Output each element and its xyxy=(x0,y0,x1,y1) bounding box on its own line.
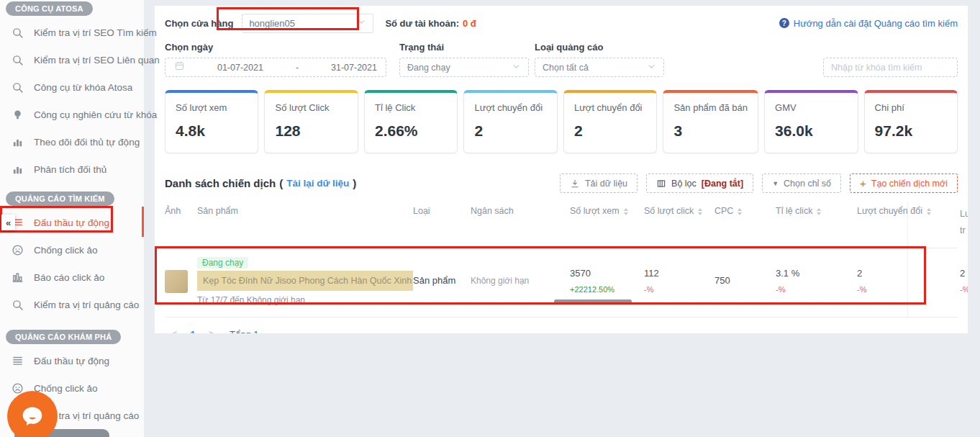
conversions-cell: 2 -% xyxy=(837,268,918,294)
conversions-delta: -% xyxy=(857,285,918,294)
horizontal-scrollbar-thumb[interactable] xyxy=(554,299,632,303)
product-name[interactable]: Kẹp Tóc Đính Nữ Jisoo Phong Cách Hàn Quố… xyxy=(197,271,413,291)
pinned-column-divider xyxy=(907,202,908,248)
search-icon xyxy=(11,26,24,39)
store-select-value: honglien05 xyxy=(249,18,357,29)
chevron-down-icon xyxy=(512,61,521,74)
views-cell: 3570 +22212.50% xyxy=(550,268,624,294)
column-header-conversions[interactable]: Lượt chuyển đổi xyxy=(837,206,918,239)
sidebar-section-badge-search-ads: QUẢNG CÁO TÌM KIẾM xyxy=(6,192,114,206)
product-image-cell xyxy=(165,269,197,293)
sidebar-item-competitor-analysis[interactable]: Phân tích đối thủ xyxy=(0,156,144,183)
collapse-sidebar-button[interactable]: « xyxy=(1,215,15,230)
chat-bubble-icon xyxy=(20,404,45,428)
stat-value: 97.2k xyxy=(875,122,947,140)
sidebar-item-label: Chống click ảo xyxy=(34,245,98,256)
campaign-table-header: Ảnh Sản phẩm Loại Ngân sách Số lượt xem … xyxy=(165,202,958,248)
balance-label: Số dư tài khoản: xyxy=(385,18,459,29)
bar-chart-icon xyxy=(11,163,24,176)
next-page-button[interactable]: > xyxy=(202,325,221,333)
ctr-delta: -% xyxy=(776,285,837,294)
sidebar-item-anti-fake-click[interactable]: Chống click ảo xyxy=(0,236,144,263)
status-select[interactable]: Đang chạy xyxy=(399,58,529,77)
filter-button-label: Bộ lọc xyxy=(671,179,697,189)
reload-data-link[interactable]: Tải lại dữ liệu xyxy=(286,178,349,189)
sidebar-item-fake-click-report[interactable]: Báo cáo click ảo xyxy=(0,263,144,291)
choose-metrics-label: Chọn chỉ số xyxy=(784,179,831,189)
cpc-cell: 750 xyxy=(694,275,756,286)
campaign-table-row[interactable]: Đang chạy Kẹp Tóc Đính Nữ Jisoo Phong Cá… xyxy=(165,248,958,317)
sad-face-icon xyxy=(11,243,24,256)
sidebar-item-ad-position-check[interactable]: Kiểm tra vị trí quảng cáo xyxy=(0,291,144,318)
keyword-search-box xyxy=(823,58,958,77)
ad-type-filter-label: Loại quảng cáo xyxy=(535,42,664,53)
date-range-picker[interactable]: 01-07-2021 - 31-07-2021 xyxy=(165,58,386,77)
filter-icon xyxy=(656,179,666,189)
question-circle-icon: ? xyxy=(779,18,789,28)
stat-label: Tỉ lệ Click xyxy=(375,102,447,113)
campaign-toolbar: Tải dữ liệu Bộ lọc [Đang tắt] ▼ Chọn chỉ… xyxy=(560,174,958,193)
column-header-ctr[interactable]: Tỉ lệ click xyxy=(756,206,837,239)
column-header-clicks[interactable]: Số lượt click xyxy=(624,206,694,239)
stat-value: 36.0k xyxy=(775,122,847,140)
stat-label: Số lượt Click xyxy=(275,102,347,113)
previous-page-button[interactable]: < xyxy=(165,325,183,333)
pagination: < 1 > Tổng 1 xyxy=(165,325,958,333)
stat-value: 2 xyxy=(474,122,546,140)
create-campaign-label: Tạo chiến dịch mới xyxy=(871,179,948,189)
date-filter: Chọn ngày 01-07-2021 - 31-07-2021 xyxy=(165,42,386,77)
sidebar-item-seo-related-position[interactable]: Kiểm tra vị trí SEO Liên quan xyxy=(0,46,144,73)
product-cell: Đang chạy Kẹp Tóc Đính Nữ Jisoo Phong Cá… xyxy=(197,256,413,305)
budget-cell: Không giới hạn xyxy=(471,276,550,286)
sidebar-item-keyword-research[interactable]: Công cụ nghiên cứu từ khóa xyxy=(0,101,144,128)
ad-type-select[interactable]: Chọn tất cả xyxy=(535,58,664,77)
total-count: Tổng 1 xyxy=(230,329,258,333)
stat-card-views: Số lượt xem 4.8k xyxy=(165,90,258,153)
sidebar-item-atosa-keyword-tool[interactable]: Công cụ từ khóa Atosa xyxy=(0,73,144,101)
sidebar-active-indicator xyxy=(142,207,144,237)
caret-down-icon: ▼ xyxy=(772,180,779,187)
stat-label: Chi phí xyxy=(875,102,947,113)
ctr-cell: 3.1 % -% xyxy=(756,268,837,294)
page-number[interactable]: 1 xyxy=(183,325,202,333)
setup-guide-text: Hướng dẫn cài đặt Quảng cáo tìm kiếm xyxy=(794,18,958,29)
sidebar-item-competitor-tracking[interactable]: Theo dõi đối thủ tự động xyxy=(0,128,144,156)
column-header-cpc[interactable]: CPC xyxy=(694,206,756,239)
stat-card-clicks: Số lượt Click 128 xyxy=(264,90,358,153)
download-data-button[interactable]: Tải dữ liệu xyxy=(560,174,638,193)
sidebar-item-label: Đấu thầu tự động xyxy=(34,217,109,228)
sidebar-item-auto-bidding-discovery[interactable]: Đấu thầu tự động xyxy=(0,347,144,374)
clicks-cell: 112 -% xyxy=(624,268,694,294)
column-header-image: Ảnh xyxy=(165,206,197,239)
stats-cards: Số lượt xem 4.8k Số lượt Click 128 Tỉ lệ… xyxy=(165,90,958,153)
chat-widget-button[interactable] xyxy=(7,391,58,437)
column-header-product: Sản phẩm xyxy=(197,206,413,239)
stat-label: Sản phẩm đã bán xyxy=(673,102,748,113)
keyword-search-input[interactable] xyxy=(831,63,950,73)
sidebar-item-label: Theo dõi đối thủ tự động xyxy=(34,137,140,148)
column-header-views[interactable]: Số lượt xem xyxy=(550,206,624,239)
sidebar-item-auto-bidding[interactable]: Đấu thầu tự động xyxy=(0,209,144,236)
stat-card-gmv: GMV 36.0k xyxy=(764,90,858,153)
paren-open: ( xyxy=(279,177,283,189)
search-icon xyxy=(11,53,24,66)
store-select-dropdown[interactable]: honglien05 xyxy=(242,14,373,33)
date-separator: - xyxy=(296,63,299,73)
sidebar-section-badge-atosa-tools: CÔNG CỤ ATOSA xyxy=(6,1,93,16)
sidebar: CÔNG CỤ ATOSA Kiểm tra vị trí SEO Tìm ki… xyxy=(0,0,144,437)
setup-guide-link[interactable]: ? Hướng dẫn cài đặt Quảng cáo tìm kiếm xyxy=(779,18,958,29)
store-select-label: Chọn cửa hàng xyxy=(165,18,233,29)
campaign-schedule: Từ 17/7 đến Không giới hạn xyxy=(197,295,413,305)
campaign-type-cell: Sản phẩm xyxy=(413,275,471,286)
create-campaign-button[interactable]: + Tạo chiến dịch mới xyxy=(850,174,958,193)
sort-icon[interactable] xyxy=(738,208,742,215)
choose-metrics-button[interactable]: ▼ Chọn chỉ số xyxy=(762,174,841,193)
product-thumbnail xyxy=(165,270,188,293)
filter-toggle-button[interactable]: Bộ lọc [Đang tắt] xyxy=(646,174,753,193)
chevron-down-icon xyxy=(357,17,366,30)
sidebar-item-seo-search-position[interactable]: Kiểm tra vị trí SEO Tìm kiếm xyxy=(0,19,144,46)
campaign-list-title: Danh sách chiến dịch xyxy=(165,177,276,189)
sort-icon[interactable] xyxy=(817,208,821,215)
chevron-down-icon xyxy=(647,61,656,74)
search-icon xyxy=(11,298,24,311)
